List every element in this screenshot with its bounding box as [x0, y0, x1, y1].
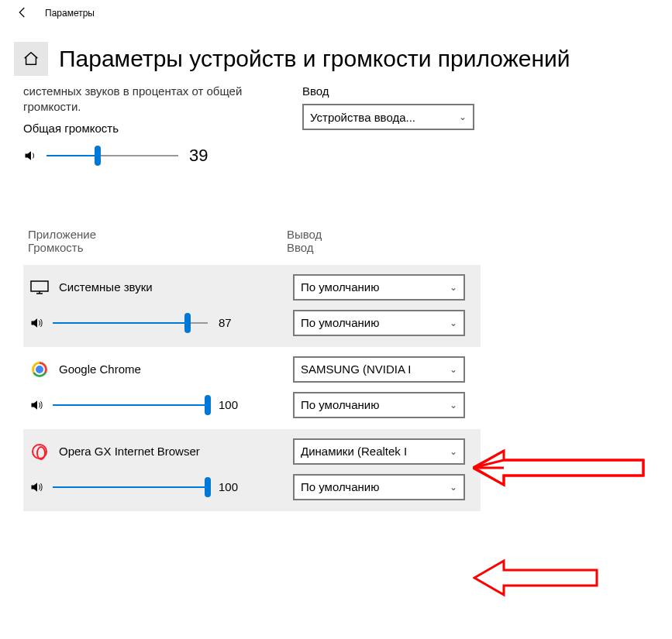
chevron-down-icon: ⌄: [450, 318, 457, 328]
chevron-down-icon: ⌄: [450, 482, 457, 493]
output-device-value: SAMSUNG (NVIDIA I: [301, 362, 412, 376]
description-text: системных звуков в процентах от общей гр…: [23, 84, 279, 115]
input-device-value: Устройства ввода...: [310, 111, 415, 124]
page-title: Параметры устройств и громкости приложен…: [59, 46, 570, 72]
master-volume-slider[interactable]: [47, 146, 178, 165]
input-device-combo[interactable]: По умолчанию⌄: [293, 392, 465, 418]
master-volume-value: 39: [189, 146, 220, 166]
speaker-icon[interactable]: [29, 397, 47, 413]
input-device-value: По умолчанию: [301, 316, 379, 329]
column-header-app: Приложение: [28, 228, 287, 241]
output-device-value: Динамики (Realtek I: [301, 445, 407, 458]
app-volume-value: 100: [219, 480, 245, 493]
chevron-down-icon: ⌄: [450, 282, 457, 293]
app-name: Google Chrome: [59, 362, 141, 376]
chevron-down-icon: ⌄: [450, 400, 457, 411]
chrome-icon: [29, 362, 50, 377]
app-row: Opera GX Internet BrowserДинамики (Realt…: [23, 429, 481, 511]
output-device-value: По умолчанию: [301, 280, 379, 294]
app-volume-value: 87: [219, 316, 245, 329]
app-row: Системные звукиПо умолчанию⌄87По умолчан…: [23, 265, 481, 347]
monitor-icon: [29, 280, 50, 295]
column-header-volume: Громкость: [28, 241, 287, 254]
app-volume-slider[interactable]: [53, 396, 208, 414]
input-device-combo[interactable]: По умолчанию⌄: [293, 310, 465, 336]
app-name: Opera GX Internet Browser: [59, 445, 200, 458]
chevron-down-icon: ⌄: [450, 446, 457, 457]
input-device-value: По умолчанию: [301, 398, 379, 411]
svg-rect-0: [31, 281, 48, 291]
input-section-label: Ввод: [302, 84, 488, 99]
window-title: Параметры: [45, 8, 95, 19]
app-row: Google ChromeSAMSUNG (NVIDIA I⌄100По умо…: [23, 347, 481, 429]
speaker-icon[interactable]: [29, 479, 47, 495]
opera-icon: [29, 444, 50, 459]
column-header-input: Ввод: [287, 241, 322, 254]
column-header-output: Вывод: [287, 228, 322, 241]
output-device-combo[interactable]: SAMSUNG (NVIDIA I⌄: [293, 356, 465, 383]
back-button[interactable]: [9, 2, 36, 25]
app-name: Системные звуки: [59, 280, 153, 294]
input-device-combo[interactable]: По умолчанию⌄: [293, 474, 465, 500]
input-device-value: По умолчанию: [301, 480, 379, 493]
speaker-icon[interactable]: [29, 315, 47, 331]
home-button[interactable]: [14, 42, 48, 76]
app-volume-slider[interactable]: [53, 478, 208, 496]
chevron-down-icon: ⌄: [459, 112, 467, 122]
output-device-combo[interactable]: Динамики (Realtek I⌄: [293, 438, 465, 465]
output-device-combo[interactable]: По умолчанию⌄: [293, 274, 465, 301]
app-volume-value: 100: [219, 398, 245, 411]
input-device-combo[interactable]: Устройства ввода... ⌄: [302, 104, 474, 130]
app-volume-slider[interactable]: [53, 314, 208, 332]
chevron-down-icon: ⌄: [450, 364, 457, 375]
speaker-icon[interactable]: [23, 148, 40, 163]
master-volume-label: Общая громкость: [23, 122, 279, 135]
